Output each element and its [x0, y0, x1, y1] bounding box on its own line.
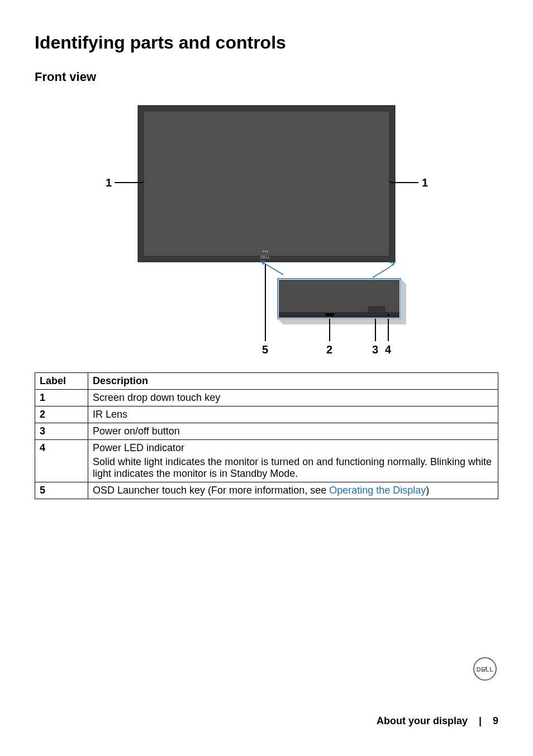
footer-page-number: 9	[493, 715, 498, 727]
table-header-description: Description	[88, 373, 498, 390]
footer-section-title: About your display	[377, 715, 468, 727]
callout-2: 2	[326, 343, 332, 356]
svg-marker-12	[278, 319, 406, 324]
table-row: 5 OSD Launcher touch key (For more infor…	[35, 482, 498, 499]
table-row: 2 IR Lens	[35, 406, 498, 423]
svg-text:DELL: DELL	[260, 255, 270, 259]
operating-display-link[interactable]: Operating the Display	[329, 485, 426, 496]
row-label: 4	[35, 440, 88, 482]
svg-rect-1	[144, 111, 389, 256]
page-footer: About your display | 9	[35, 715, 498, 727]
front-view-diagram: DELL 1 1	[35, 100, 498, 362]
row-desc: OSD Launcher touch key (For more informa…	[88, 482, 498, 499]
table-row: 4 Power LED indicator Solid white light …	[35, 440, 498, 482]
footer-separator: |	[479, 715, 482, 727]
svg-point-3	[265, 251, 266, 252]
row-desc: Screen drop down touch key	[88, 390, 498, 406]
dell-logo-icon: DELL	[472, 655, 498, 685]
row-label: 2	[35, 406, 88, 423]
callout-4: 4	[385, 343, 392, 356]
table-header-label: Label	[35, 373, 88, 390]
table-row: 1 Screen drop down touch key	[35, 390, 498, 406]
row-label: 1	[35, 390, 88, 406]
callout-3: 3	[372, 343, 378, 356]
svg-rect-18	[388, 314, 389, 316]
svg-rect-7	[389, 181, 391, 183]
row-desc: Power LED indicator Solid white light in…	[88, 440, 498, 482]
svg-point-2	[263, 251, 264, 252]
svg-point-4	[267, 251, 268, 252]
svg-marker-11	[401, 279, 406, 324]
section-title: Identifying parts and controls	[35, 32, 498, 53]
table-row: 3 Power on/off button	[35, 423, 498, 440]
svg-rect-15	[325, 313, 334, 316]
callout-1-right: 1	[422, 176, 428, 189]
row-desc: IR Lens	[88, 406, 498, 423]
row-desc: Power on/off button	[88, 423, 498, 440]
svg-rect-6	[142, 181, 144, 183]
callout-1-left: 1	[106, 176, 112, 189]
sub-title: Front view	[35, 70, 498, 84]
callout-5: 5	[262, 343, 268, 356]
svg-rect-17	[368, 312, 385, 318]
parts-description-table: Label Description 1 Screen drop down tou…	[35, 372, 498, 499]
row-label: 5	[35, 482, 88, 499]
row-label: 3	[35, 423, 88, 440]
